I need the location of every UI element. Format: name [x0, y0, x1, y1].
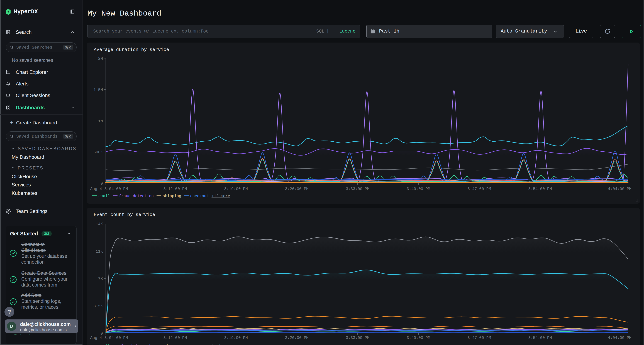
svg-text:3:26:00 PM: 3:26:00 PM: [285, 187, 308, 191]
svg-text:2M: 2M: [98, 56, 103, 61]
svg-text:11K: 11K: [96, 249, 103, 254]
svg-text:fraud-detection: fraud-detection: [119, 194, 154, 198]
svg-text:load-generator: load-generator: [166, 344, 198, 345]
svg-text:email: email: [98, 194, 110, 198]
svg-text:3:33:00 PM: 3:33:00 PM: [346, 336, 370, 340]
svg-text:7K: 7K: [98, 277, 103, 281]
svg-text:fraud-detection: fraud-detection: [121, 344, 156, 345]
svg-text:4:04:00 PM: 4:04:00 PM: [608, 336, 632, 340]
svg-text:14K: 14K: [96, 222, 103, 227]
svg-text:3:19:00 PM: 3:19:00 PM: [224, 187, 248, 191]
svg-text:3.5K: 3.5K: [94, 304, 103, 309]
svg-text:1.5M: 1.5M: [94, 88, 103, 92]
svg-text:500K: 500K: [94, 150, 103, 155]
svg-text:3:19:00 PM: 3:19:00 PM: [224, 336, 248, 340]
svg-text:0: 0: [100, 181, 103, 186]
svg-text:shipping: shipping: [162, 194, 181, 198]
svg-text:3:54:00 PM: 3:54:00 PM: [528, 336, 552, 340]
svg-text:3:26:00 PM: 3:26:00 PM: [285, 336, 308, 340]
svg-text:3:54:00 PM: 3:54:00 PM: [528, 187, 552, 191]
svg-text:3:40:00 PM: 3:40:00 PM: [406, 187, 430, 191]
svg-text:1M: 1M: [98, 119, 103, 123]
svg-text:email: email: [98, 344, 110, 345]
svg-text:3:47:00 PM: 3:47:00 PM: [468, 336, 491, 340]
svg-text:checkout: checkout: [210, 344, 228, 345]
svg-text:3:47:00 PM: 3:47:00 PM: [468, 187, 491, 191]
svg-text:0: 0: [100, 332, 103, 336]
svg-text:4:04:00 PM: 4:04:00 PM: [608, 187, 632, 191]
svg-text:+12 more: +12 more: [212, 194, 230, 198]
svg-text:Aug 4 3:04:00 PM: Aug 4 3:04:00 PM: [90, 187, 128, 191]
svg-text:checkout: checkout: [190, 194, 209, 198]
svg-text:3:40:00 PM: 3:40:00 PM: [406, 336, 430, 340]
svg-text:3:12:00 PM: 3:12:00 PM: [163, 336, 187, 340]
svg-text:3:33:00 PM: 3:33:00 PM: [346, 187, 370, 191]
svg-text:Aug 4 3:04:00 PM: Aug 4 3:04:00 PM: [90, 336, 128, 340]
svg-text:3:12:00 PM: 3:12:00 PM: [163, 187, 187, 191]
svg-text:+15 more: +15 more: [232, 344, 251, 345]
